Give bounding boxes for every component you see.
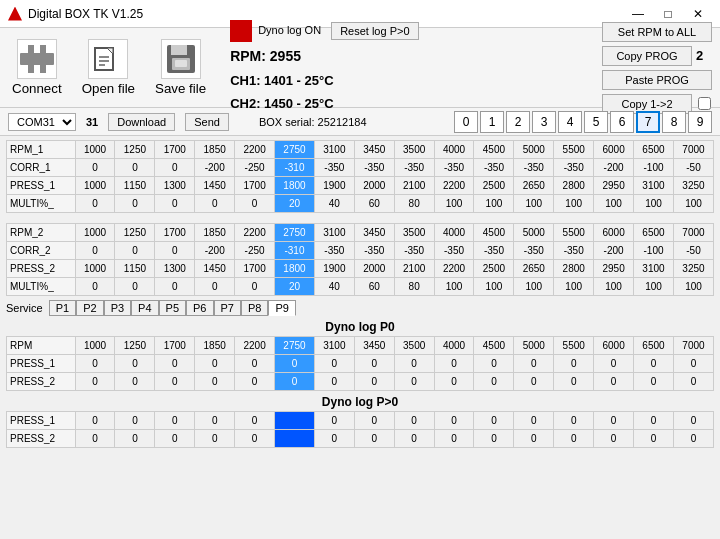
table-cell[interactable]: -310	[275, 242, 315, 260]
table-cell[interactable]: 1800	[275, 177, 315, 195]
table-cell[interactable]: 2500	[474, 177, 514, 195]
table-cell[interactable]: 0	[155, 159, 195, 177]
open-file-button[interactable]: Open file	[78, 37, 139, 98]
table-cell[interactable]: 40	[314, 278, 354, 296]
table-cell[interactable]: 0	[195, 195, 235, 213]
table-cell[interactable]: 5500	[554, 141, 594, 159]
close-button[interactable]: ✕	[684, 4, 712, 24]
table-cell[interactable]: 0	[235, 195, 275, 213]
service-tab-p1[interactable]: P1	[49, 300, 76, 316]
table-cell[interactable]: 0	[75, 430, 115, 448]
table-cell[interactable]: 1900	[314, 177, 354, 195]
table-cell[interactable]: 0	[115, 159, 155, 177]
table-cell[interactable]: 0	[115, 430, 155, 448]
table-cell[interactable]: 80	[394, 195, 434, 213]
table-cell[interactable]: 0	[673, 355, 713, 373]
table-cell[interactable]: 0	[673, 373, 713, 391]
table-cell[interactable]: 0	[354, 373, 394, 391]
table-cell[interactable]: 100	[474, 278, 514, 296]
table-cell[interactable]: -100	[634, 159, 674, 177]
table-cell[interactable]: 0	[634, 355, 674, 373]
table-cell[interactable]: 1700	[155, 224, 195, 242]
table-cell[interactable]: 80	[394, 278, 434, 296]
table-cell[interactable]: 1700	[235, 260, 275, 278]
table-cell[interactable]: 0	[75, 242, 115, 260]
table-cell[interactable]: 1250	[115, 337, 155, 355]
table-cell[interactable]: 5500	[554, 224, 594, 242]
table-cell[interactable]: 1700	[235, 177, 275, 195]
table-cell[interactable]: 0	[155, 412, 195, 430]
table-cell[interactable]: 0	[514, 373, 554, 391]
table-cell[interactable]: 2750	[275, 337, 315, 355]
table-cell[interactable]: 2200	[434, 177, 474, 195]
table-cell[interactable]: 0	[314, 355, 354, 373]
table-cell[interactable]: -250	[235, 159, 275, 177]
table-cell[interactable]: -250	[235, 242, 275, 260]
table-cell[interactable]: 100	[514, 195, 554, 213]
table-cell[interactable]: 0	[554, 430, 594, 448]
table-cell[interactable]: 1150	[115, 177, 155, 195]
table-cell[interactable]: 0	[115, 412, 155, 430]
table-cell[interactable]: 7000	[673, 141, 713, 159]
table-cell[interactable]: 2950	[594, 177, 634, 195]
table-cell[interactable]: 0	[394, 412, 434, 430]
table-cell[interactable]: 0	[514, 412, 554, 430]
table-cell[interactable]: 4500	[474, 337, 514, 355]
table-cell[interactable]: -350	[394, 242, 434, 260]
table-cell[interactable]: 1850	[195, 224, 235, 242]
table-cell[interactable]: 3250	[673, 177, 713, 195]
table-cell[interactable]: -200	[594, 159, 634, 177]
table-cell[interactable]: 2750	[275, 224, 315, 242]
table-cell[interactable]: 0	[634, 412, 674, 430]
table-cell[interactable]: 4500	[474, 141, 514, 159]
table-cell[interactable]: 0	[474, 355, 514, 373]
table-cell[interactable]: 1850	[195, 141, 235, 159]
table-cell[interactable]: 1250	[115, 141, 155, 159]
table-cell[interactable]: 2000	[354, 177, 394, 195]
table-cell[interactable]: 3500	[394, 141, 434, 159]
num-tab-1[interactable]: 1	[480, 111, 504, 133]
table-cell[interactable]: 0	[75, 412, 115, 430]
table-cell[interactable]: 3450	[354, 141, 394, 159]
set-rpm-button[interactable]: Set RPM to ALL	[602, 22, 712, 42]
table-cell[interactable]: 4000	[434, 337, 474, 355]
table-cell[interactable]: 0	[115, 242, 155, 260]
table-cell[interactable]: 0	[474, 412, 514, 430]
table-cell[interactable]: 1450	[195, 177, 235, 195]
table-cell[interactable]: -350	[554, 159, 594, 177]
download-button[interactable]: Download	[108, 113, 175, 131]
table-cell[interactable]: 4500	[474, 224, 514, 242]
table-cell[interactable]: 0	[115, 278, 155, 296]
table-cell[interactable]: 0	[75, 373, 115, 391]
table-cell[interactable]: 6000	[594, 224, 634, 242]
table-cell[interactable]: 0	[434, 412, 474, 430]
table-cell[interactable]: 100	[474, 195, 514, 213]
table-cell[interactable]: 3100	[314, 337, 354, 355]
service-tab-p8[interactable]: P8	[241, 300, 268, 316]
paste-prog-button[interactable]: Paste PROG	[602, 70, 712, 90]
table-cell[interactable]: 1850	[195, 337, 235, 355]
num-tab-3[interactable]: 3	[532, 111, 556, 133]
table-cell[interactable]: 0	[155, 278, 195, 296]
table-cell[interactable]: 0	[673, 430, 713, 448]
table-cell[interactable]: 1250	[115, 224, 155, 242]
table-cell[interactable]: 100	[514, 278, 554, 296]
table-cell[interactable]: -50	[673, 242, 713, 260]
table-cell[interactable]: 1150	[115, 260, 155, 278]
table-cell[interactable]: 0	[673, 412, 713, 430]
table-cell[interactable]: 3100	[314, 224, 354, 242]
table-cell[interactable]: 0	[235, 430, 275, 448]
service-tab-p9[interactable]: P9	[268, 300, 295, 316]
table-cell[interactable]: 3100	[634, 177, 674, 195]
table-cell[interactable]: 0	[115, 373, 155, 391]
table-cell[interactable]: 100	[673, 195, 713, 213]
table-cell[interactable]: 7000	[673, 224, 713, 242]
table-cell[interactable]: 3450	[354, 224, 394, 242]
table-cell[interactable]: 1300	[155, 177, 195, 195]
table-cell[interactable]: 0	[195, 430, 235, 448]
table-cell[interactable]: 6500	[634, 337, 674, 355]
table-cell[interactable]: 0	[514, 430, 554, 448]
connect-button[interactable]: Connect	[8, 37, 66, 98]
table-cell[interactable]: -350	[354, 159, 394, 177]
table-cell[interactable]: 0	[394, 430, 434, 448]
